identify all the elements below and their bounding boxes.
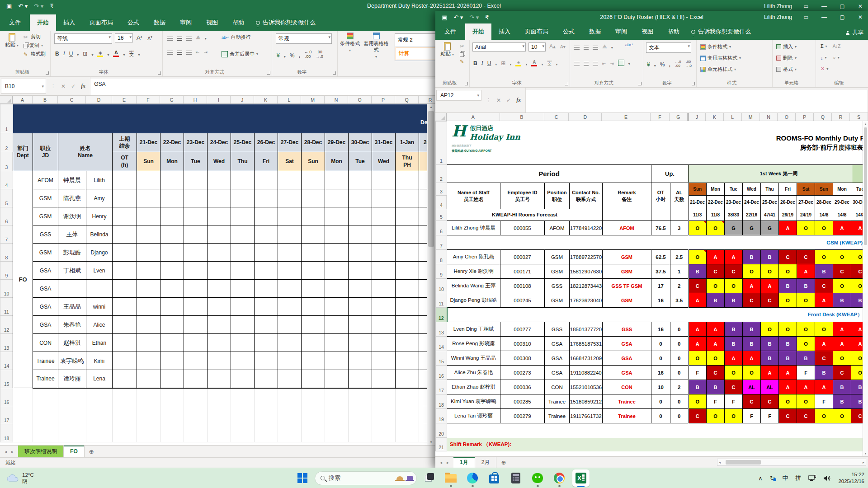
cell[interactable]: [231, 280, 255, 298]
shift-cell[interactable]: B: [833, 380, 851, 394]
shift-cell[interactable]: B: [779, 279, 797, 293]
task-view-button[interactable]: [420, 469, 439, 487]
cell[interactable]: [160, 388, 184, 406]
fill-button[interactable]: ↓▾⌕▾: [820, 54, 840, 61]
cell[interactable]: [302, 406, 325, 424]
cell[interactable]: [419, 316, 427, 334]
date-header[interactable]: 26-Dec: [255, 133, 278, 152]
cell[interactable]: [278, 388, 302, 406]
remark-cell[interactable]: GSS TF GSM: [603, 279, 651, 293]
font-dialog-launcher[interactable]: [158, 71, 161, 75]
row-header-15[interactable]: 15: [0, 370, 13, 388]
shift-cell[interactable]: O: [851, 351, 863, 366]
column-header-B[interactable]: B: [33, 96, 58, 103]
date-header[interactable]: 1-Jan: [396, 133, 419, 152]
cell[interactable]: [184, 388, 208, 406]
shift-cell[interactable]: A: [689, 322, 707, 337]
remark-cell[interactable]: GSM: [603, 250, 651, 264]
row-header-8[interactable]: 8: [436, 250, 447, 264]
cell[interactable]: [231, 262, 255, 280]
jd-cell[interactable]: AFOM: [33, 171, 58, 189]
shift-cell[interactable]: C: [797, 250, 815, 264]
ot-cell[interactable]: 0: [651, 409, 670, 423]
paste-button[interactable]: 粘贴 ▾: [438, 42, 456, 57]
cell[interactable]: [349, 334, 372, 352]
remark-cell[interactable]: GSA: [603, 366, 651, 380]
delete-cells-button[interactable]: 删除▾: [775, 54, 797, 62]
up-header[interactable]: Up.: [651, 165, 689, 183]
row-header-10[interactable]: 10: [0, 280, 13, 298]
staff-name-cell[interactable]: Ethan Zhao 赵梓淇: [447, 380, 500, 394]
column-header-I[interactable]: I: [207, 96, 231, 103]
cell[interactable]: [302, 334, 325, 352]
align-bottom-icon[interactable]: [186, 37, 192, 41]
column-header-O[interactable]: O: [778, 113, 796, 121]
shift-cell[interactable]: B: [833, 394, 851, 409]
fill-color-icon[interactable]: ◈: [515, 61, 521, 66]
position-cell[interactable]: GSS: [545, 279, 570, 293]
cell[interactable]: [372, 424, 396, 442]
shift-cell[interactable]: F: [797, 366, 815, 380]
ribbon-tab-file[interactable]: 文件: [435, 23, 465, 40]
shift-cell[interactable]: C: [707, 264, 725, 279]
column-header-C[interactable]: C: [544, 113, 569, 121]
shift-cell[interactable]: B: [779, 337, 797, 351]
align-right-icon[interactable]: [593, 62, 598, 66]
cell[interactable]: [231, 298, 255, 316]
font-name-select[interactable]: Arial: [472, 42, 526, 52]
shift-cell[interactable]: A: [707, 337, 725, 351]
cell[interactable]: [137, 298, 160, 316]
cell[interactable]: [325, 244, 349, 262]
cell[interactable]: [396, 388, 419, 406]
day-header[interactable]: Mon: [160, 152, 184, 171]
position-cell[interactable]: AFOM: [545, 221, 570, 235]
cell[interactable]: [302, 388, 325, 406]
increase-decimal-icon[interactable]: ←.0.00: [675, 60, 681, 68]
position-cell[interactable]: GSM: [545, 250, 570, 264]
increase-indent-icon[interactable]: ⇥: [203, 50, 207, 55]
ribbon-options-icon[interactable]: ▭: [802, 3, 810, 9]
column-header-G[interactable]: G: [670, 113, 688, 121]
tell-me-box[interactable]: 告诉我你想要做什么: [251, 14, 320, 31]
format-as-table-button[interactable]: 套用表格格式▾: [699, 54, 742, 62]
date-header[interactable]: 23-Dec: [184, 133, 208, 152]
al-cell[interactable]: 0: [670, 394, 689, 409]
al-cell[interactable]: 2.5: [670, 250, 689, 264]
cell[interactable]: [208, 424, 231, 442]
shift-cell[interactable]: O: [797, 221, 815, 235]
column-header-Q[interactable]: Q: [814, 113, 832, 121]
shift-cell[interactable]: C: [761, 293, 779, 308]
cell[interactable]: [58, 424, 86, 442]
cell[interactable]: [184, 424, 208, 442]
column-header-J[interactable]: J: [688, 113, 706, 121]
ribbon-tab-2[interactable]: 插入: [56, 14, 82, 31]
shift-cell[interactable]: B: [797, 279, 815, 293]
prev-ot-cell[interactable]: [113, 316, 137, 334]
position-cell[interactable]: GSA: [545, 351, 570, 366]
cell[interactable]: [208, 316, 231, 334]
number-format-select[interactable]: 常规: [276, 33, 332, 44]
cell[interactable]: [231, 189, 255, 207]
staff-name-cell[interactable]: Lven Ding 丁相斌: [447, 322, 500, 337]
day-name-header[interactable]: Fri: [779, 183, 797, 196]
row-header-4[interactable]: 4: [0, 171, 13, 189]
column-header-M[interactable]: M: [301, 96, 325, 103]
remark-cell[interactable]: AFOM: [603, 221, 651, 235]
staff-name-cell[interactable]: Rose Peng 彭晓露: [447, 337, 500, 351]
shift-cell[interactable]: O: [797, 394, 815, 409]
employee-id-cell[interactable]: 000273: [500, 366, 545, 380]
row-header-6[interactable]: 6: [0, 207, 13, 225]
column-header-D[interactable]: D: [569, 113, 602, 121]
name-en-cell[interactable]: Lena: [86, 370, 113, 388]
shift-cell[interactable]: O: [689, 250, 707, 264]
shift-cell[interactable]: F: [815, 394, 833, 409]
cell[interactable]: [396, 334, 419, 352]
account-name[interactable]: Lilith Zhong: [764, 14, 792, 20]
day-name-header[interactable]: Wed: [743, 183, 761, 196]
date-header[interactable]: 23-Dec: [725, 196, 743, 209]
cell[interactable]: [160, 316, 184, 334]
shift-cell[interactable]: F: [689, 366, 707, 380]
cell[interactable]: [325, 298, 349, 316]
date-header[interactable]: 22-Dec: [707, 196, 725, 209]
employee-id-cell[interactable]: 000036: [500, 380, 545, 394]
